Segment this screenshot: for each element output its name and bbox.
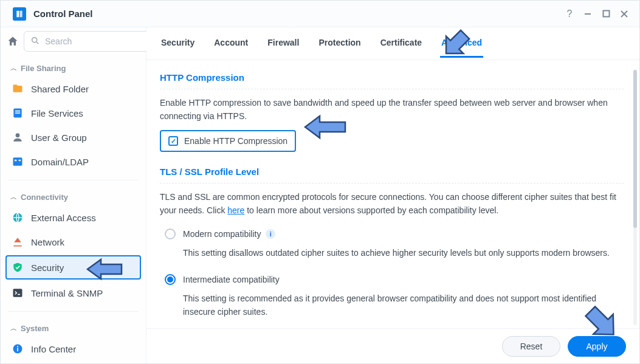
radio-label: Intermediate compatibility xyxy=(183,275,280,284)
enable-http-compression-checkbox[interactable]: ✓ Enable HTTP Compression xyxy=(160,130,296,152)
http-compression-desc: Enable HTTP compression to save bandwidt… xyxy=(160,97,624,123)
sidebar-section-header[interactable]: ︿File Sharing xyxy=(1,60,146,77)
shield-icon xyxy=(12,261,24,273)
sidebar-item-label: External Access xyxy=(31,213,96,223)
user-icon xyxy=(12,131,24,143)
sidebar-item-label: File Services xyxy=(31,108,83,118)
sidebar-item-label: Network xyxy=(31,237,64,247)
help-button[interactable]: ? xyxy=(560,5,579,23)
sidebar-item-label: Terminal & SNMP xyxy=(31,288,103,298)
tab-certificate[interactable]: Certificate xyxy=(379,29,423,58)
divider xyxy=(160,89,624,89)
search-icon xyxy=(30,36,40,47)
radio-desc: This setting is recommended as it provid… xyxy=(183,292,624,318)
sidebar-item-user-group[interactable]: User & Group xyxy=(1,125,146,149)
section-title: Connectivity xyxy=(21,193,68,202)
tab-security[interactable]: Security xyxy=(160,29,196,58)
divider xyxy=(8,180,139,180)
svg-rect-14 xyxy=(19,160,21,162)
chevron-up-icon: ︿ xyxy=(10,64,17,73)
search-input[interactable] xyxy=(45,36,151,46)
sidebar-item-external-access[interactable]: External Access xyxy=(1,205,146,230)
content: HTTP Compression Enable HTTP compression… xyxy=(146,60,639,328)
home-button[interactable] xyxy=(7,31,19,52)
svg-rect-3 xyxy=(603,11,609,17)
radio-modern-compatibility[interactable]: Modern compatibilityi xyxy=(165,225,624,243)
svg-rect-1 xyxy=(20,10,22,17)
svg-rect-18 xyxy=(17,348,18,351)
svg-rect-0 xyxy=(16,10,19,17)
minimize-button[interactable] xyxy=(579,5,597,23)
svg-point-6 xyxy=(32,37,37,42)
apply-button[interactable]: Apply xyxy=(568,336,626,357)
sidebar-item-file-services[interactable]: File Services xyxy=(1,101,146,125)
radio-label: Modern compatibilityi xyxy=(183,229,275,239)
checkbox-icon: ✓ xyxy=(168,136,178,146)
chevron-up-icon: ︿ xyxy=(10,324,17,333)
here-link[interactable]: here xyxy=(227,205,244,215)
sidebar-item-network[interactable]: Network xyxy=(1,230,146,254)
main: SecurityAccountFirewallProtectionCertifi… xyxy=(146,27,639,363)
svg-line-7 xyxy=(36,42,38,44)
svg-point-19 xyxy=(17,346,18,347)
radio-icon xyxy=(165,228,176,239)
tab-protection[interactable]: Protection xyxy=(317,29,362,58)
chevron-up-icon: ︿ xyxy=(10,193,17,202)
section-title: File Sharing xyxy=(21,64,66,73)
sidebar-section-header[interactable]: ︿System xyxy=(1,320,146,337)
sidebar-item-label: Info Center xyxy=(31,344,76,354)
http-compression-title: HTTP Compression xyxy=(160,72,624,83)
sidebar-item-label: Security xyxy=(31,263,64,273)
sidebar-item-terminal-snmp[interactable]: Terminal & SNMP xyxy=(1,281,146,305)
file-icon xyxy=(12,107,24,119)
svg-rect-9 xyxy=(15,111,20,112)
scrollbar[interactable] xyxy=(633,70,637,325)
window-title: Control Panel xyxy=(33,9,93,19)
radio-icon xyxy=(165,274,176,285)
sidebar-item-shared-folder[interactable]: Shared Folder xyxy=(1,77,146,101)
sidebar-item-info-center[interactable]: Info Center xyxy=(1,337,146,361)
tab-firewall[interactable]: Firewall xyxy=(266,29,300,58)
svg-rect-13 xyxy=(15,160,16,162)
globe-icon xyxy=(12,211,24,224)
maximize-button[interactable] xyxy=(597,5,615,23)
network-icon xyxy=(12,236,24,248)
tab-account[interactable]: Account xyxy=(213,29,249,58)
tabs: SecurityAccountFirewallProtectionCertifi… xyxy=(146,27,639,60)
titlebar: Control Panel ? xyxy=(1,1,639,27)
sidebar-item-label: User & Group xyxy=(31,132,87,143)
folder-icon xyxy=(12,83,24,95)
tab-advanced[interactable]: Advanced xyxy=(440,29,483,58)
domain-icon xyxy=(12,156,24,168)
svg-rect-10 xyxy=(15,112,20,114)
svg-rect-12 xyxy=(13,157,22,165)
sidebar-item-security[interactable]: Security xyxy=(5,255,141,280)
body: ︿File SharingShared FolderFile ServicesU… xyxy=(1,27,639,363)
close-button[interactable] xyxy=(615,5,633,23)
sidebar-item-label: Shared Folder xyxy=(31,84,89,94)
info-icon[interactable]: i xyxy=(266,229,275,239)
tls-desc-post: to learn more about versions supported b… xyxy=(244,205,498,215)
checkbox-label: Enable HTTP Compression xyxy=(184,136,287,146)
svg-point-11 xyxy=(16,133,20,137)
divider xyxy=(8,311,139,312)
sidebar-section-header[interactable]: ︿Connectivity xyxy=(1,189,146,205)
svg-rect-16 xyxy=(13,289,22,297)
app-icon xyxy=(13,7,26,21)
section-title: System xyxy=(21,324,49,333)
sidebar-item-label: Domain/LDAP xyxy=(31,157,89,167)
sidebar: ︿File SharingShared FolderFile ServicesU… xyxy=(1,27,146,363)
tls-desc: TLS and SSL are common encrypted protoco… xyxy=(160,191,624,217)
divider xyxy=(160,183,624,184)
sidebar-item-domain-ldap[interactable]: Domain/LDAP xyxy=(1,149,146,174)
terminal-icon xyxy=(12,287,24,299)
radio-desc: This setting disallows outdated cipher s… xyxy=(183,247,624,260)
radio-intermediate-compatibility[interactable]: Intermediate compatibility xyxy=(165,270,624,289)
reset-button[interactable]: Reset xyxy=(502,336,560,357)
info-icon xyxy=(12,343,24,355)
tls-title: TLS / SSL Profile Level xyxy=(160,167,624,177)
search-input-container[interactable] xyxy=(24,31,158,52)
footer: Reset Apply xyxy=(146,328,639,363)
control-panel-window: Control Panel ? ︿File SharingShared Fold… xyxy=(0,0,640,364)
search-row xyxy=(1,27,146,55)
